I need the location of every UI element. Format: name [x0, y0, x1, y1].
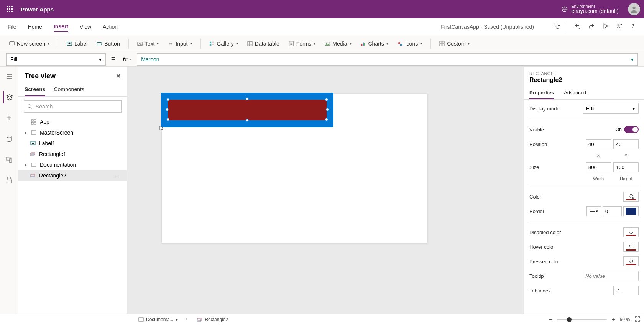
svg-rect-40 — [31, 120, 33, 121]
border-style-dropdown[interactable]: ▾ — [586, 206, 601, 216]
icons-dropdown[interactable]: Icons▾ — [394, 39, 426, 48]
tab-screens[interactable]: Screens — [25, 85, 45, 96]
fit-to-window-button[interactable] — [635, 316, 640, 323]
border-width-input[interactable] — [603, 206, 622, 216]
charts-dropdown[interactable]: Charts▾ — [357, 39, 392, 48]
input-dropdown[interactable]: Input▾ — [164, 39, 196, 48]
resize-handle-se[interactable] — [325, 118, 328, 121]
tabindex-input[interactable] — [613, 286, 639, 295]
forms-dropdown[interactable]: Forms▾ — [285, 39, 320, 48]
formula-bar: Fill ▾ = fx▾ Maroon ▾ — [0, 52, 644, 67]
gallery-dropdown[interactable]: Gallery▾ — [205, 39, 242, 48]
hamburger-button[interactable] — [3, 71, 15, 83]
brand-title[interactable]: Power Apps — [21, 6, 54, 13]
width-input[interactable] — [586, 162, 611, 172]
formula-input[interactable]: Maroon ▾ — [137, 53, 638, 66]
media-label: Media — [332, 41, 347, 47]
datatable-label: Data table — [255, 41, 279, 47]
insert-rail-button[interactable]: + — [3, 112, 15, 124]
play-icon — [602, 23, 609, 30]
menu-action[interactable]: Action — [103, 22, 118, 31]
menu-view[interactable]: View — [80, 22, 91, 31]
media-dropdown[interactable]: Media▾ — [321, 39, 355, 48]
tab-properties[interactable]: Properties — [529, 88, 554, 99]
resize-handle-n[interactable] — [246, 97, 249, 100]
position-y-input[interactable] — [613, 139, 639, 149]
position-x-input[interactable] — [586, 139, 611, 149]
height-input[interactable] — [613, 162, 639, 172]
menu-file[interactable]: File — [8, 22, 16, 31]
svg-rect-23 — [248, 41, 252, 46]
slider-thumb[interactable] — [567, 317, 572, 322]
svg-rect-21 — [212, 41, 214, 42]
tree-item-rectangle2[interactable]: Rectangle2 ··· — [18, 170, 127, 181]
pressed-color-picker[interactable] — [623, 256, 639, 266]
menu-insert[interactable]: Insert — [54, 22, 68, 32]
zoom-out-button[interactable]: − — [549, 316, 552, 323]
selection-outline[interactable] — [161, 93, 334, 127]
custom-dropdown[interactable]: Custom▾ — [435, 39, 473, 48]
resize-handle-w[interactable] — [166, 108, 169, 111]
tab-advanced[interactable]: Advanced — [564, 88, 586, 99]
tab-components[interactable]: Components — [54, 85, 84, 96]
border-color-picker[interactable] — [623, 206, 639, 216]
more-options-button[interactable]: ··· — [113, 172, 122, 179]
breadcrumb-control[interactable]: Rectangle2 — [194, 316, 232, 323]
resize-handle-s[interactable] — [246, 119, 249, 122]
zoom-slider[interactable] — [557, 319, 607, 320]
tabindex-label: Tab index — [529, 288, 551, 294]
property-selector[interactable]: Fill ▾ — [6, 53, 106, 66]
breadcrumb-screen[interactable]: Documenta... ▾ — [135, 316, 181, 323]
canvas[interactable] — [127, 67, 524, 314]
tools-rail-button[interactable] — [3, 174, 15, 186]
datatable-button[interactable]: Data table — [243, 39, 283, 48]
help-button[interactable] — [629, 23, 636, 31]
tree-item-rectangle1[interactable]: Rectangle1 — [18, 149, 127, 159]
rectangle2-shape[interactable] — [168, 100, 327, 120]
media-rail-button[interactable] — [3, 153, 15, 166]
visible-toggle[interactable] — [624, 126, 639, 133]
tree-item-label1[interactable]: Label1 — [18, 138, 127, 149]
display-mode-value: Edit — [586, 106, 595, 112]
user-avatar[interactable] — [628, 3, 640, 15]
play-button[interactable] — [602, 23, 609, 31]
color-picker[interactable] — [623, 192, 639, 202]
tree-view-button[interactable] — [3, 91, 15, 103]
resize-handle-sw[interactable] — [166, 118, 169, 121]
zoom-in-button[interactable]: + — [611, 316, 615, 323]
undo-button[interactable] — [574, 23, 581, 31]
resize-handle-e[interactable] — [326, 108, 329, 111]
app-checker-button[interactable] — [553, 23, 560, 31]
fx-button[interactable]: fx▾ — [121, 56, 133, 62]
chevron-down-icon[interactable]: ▾ — [23, 163, 28, 167]
hover-color-picker[interactable] — [623, 242, 639, 252]
redo-button[interactable] — [588, 23, 595, 31]
menu-home[interactable]: Home — [28, 22, 42, 31]
chevron-down-icon[interactable]: ▾ — [23, 131, 28, 135]
svg-point-13 — [632, 27, 633, 28]
data-rail-button[interactable] — [3, 133, 15, 145]
new-screen-button[interactable]: New screen ▾ — [5, 39, 53, 48]
close-panel-button[interactable]: ✕ — [116, 72, 121, 80]
button-control-button[interactable]: Button — [93, 39, 123, 48]
environment-picker[interactable]: Environment enayu.com (default) — [561, 4, 619, 14]
resize-handle-ne[interactable] — [325, 98, 328, 101]
forms-label: Forms — [296, 41, 312, 47]
tooltip-input[interactable] — [583, 271, 639, 281]
svg-rect-1 — [9, 6, 10, 7]
display-mode-dropdown[interactable]: Edit ▾ — [583, 103, 639, 114]
resize-handle-nw[interactable] — [166, 98, 169, 101]
disabled-color-picker[interactable] — [623, 227, 639, 237]
label-button[interactable]: Label — [63, 39, 91, 48]
tree-search-input[interactable]: Search — [24, 100, 122, 113]
svg-rect-44 — [31, 131, 36, 134]
canvas-screen[interactable] — [162, 94, 427, 243]
tree-item-masterscreen[interactable]: ▾ MasterScreen — [18, 127, 127, 138]
tree-item-app[interactable]: App — [18, 117, 127, 127]
tree-item-documentation[interactable]: ▾ Documentation — [18, 159, 127, 170]
share-button[interactable] — [616, 23, 623, 31]
svg-point-10 — [632, 7, 635, 9]
tree-item-label: App — [40, 119, 49, 125]
waffle-button[interactable] — [4, 3, 16, 15]
text-dropdown[interactable]: Abc Text▾ — [133, 39, 163, 48]
